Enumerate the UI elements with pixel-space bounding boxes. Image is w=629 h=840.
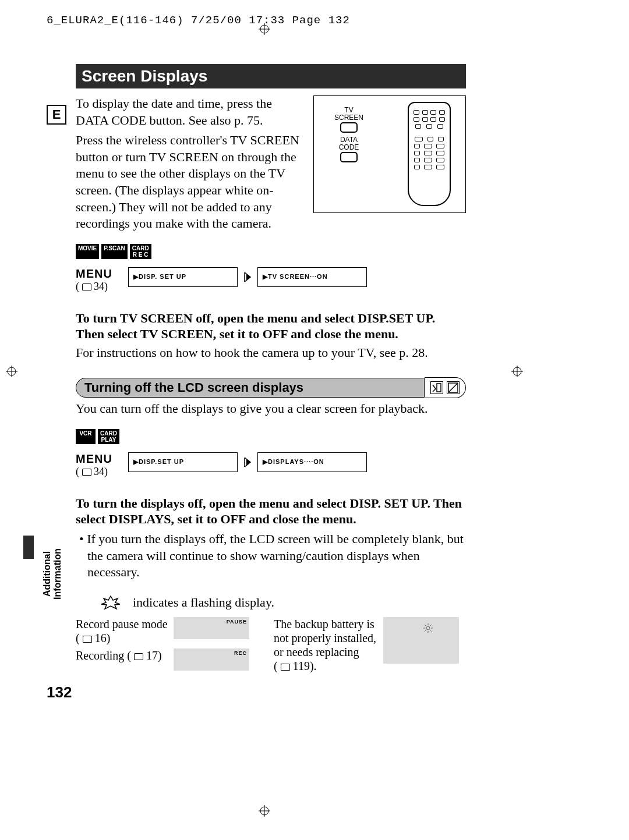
pause-label: Record pause mode (76, 618, 168, 630)
svg-rect-14 (437, 384, 441, 392)
svg-line-16 (448, 383, 458, 392)
intro-text: To display the date and time, press the … (76, 95, 309, 232)
crop-mark-right (511, 366, 523, 377)
tv-screen-label-line2: SCREEN (334, 114, 363, 122)
svg-line-27 (430, 625, 432, 626)
bullet-1: • If you turn the displays off, the LCD … (87, 531, 466, 581)
bold-instruction-2: To turn the displays off, open the menu … (76, 495, 466, 527)
data-code-button-icon (340, 152, 358, 162)
pause-screen-icon: PAUSE (174, 617, 249, 639)
mode-icons-row-2: VCR CARD PLAY (76, 429, 466, 444)
intro-p1: To display the date and time, press the … (76, 95, 304, 129)
book-icon (134, 653, 143, 660)
display-item-rec: Recording ( 17) REC (76, 648, 268, 671)
menu-ref-2: ( 34) (76, 466, 122, 478)
remote-illustration: TV SCREEN DATA CODE (313, 95, 466, 213)
subheading-icons (425, 377, 466, 398)
flash-indicator-row: indicates a flashing display. (76, 595, 466, 610)
pause-text: Record pause mode ( 16) (76, 617, 169, 645)
flash-star-icon (99, 595, 122, 610)
svg-line-25 (425, 625, 426, 626)
menu2-step1: ▶DISP.SET UP (128, 452, 238, 472)
pscan-mode-icon: P.SCAN (101, 244, 128, 259)
plain-text-2: You can turn off the displays to give yo… (76, 400, 466, 417)
print-header: 6_ELURA2_E(116-146) 7/25/00 17:33 Page 1… (47, 14, 350, 27)
side-tab (23, 536, 34, 559)
remote-button-labels: TV SCREEN DATA CODE (334, 107, 363, 166)
language-indicator-e: E (47, 105, 66, 125)
menu2-step2: ▶DISPLAYS····ON (257, 452, 367, 472)
bold-instruction-1: To turn TV SCREEN off, open the menu and… (76, 310, 466, 342)
battery-ref: 119). (293, 660, 317, 672)
book-icon (82, 283, 91, 290)
rec-ref: 17) (146, 649, 162, 662)
intro-p2: Press the wireless controller's TV SCREE… (76, 132, 304, 232)
display-item-battery: The backup battery is not properly insta… (274, 617, 466, 673)
side-label-line2: Information (52, 548, 63, 600)
flash-text: indicates a flashing display. (133, 595, 274, 610)
display-col-left: Record pause mode ( 16) PAUSE Recording … (76, 617, 268, 673)
display-item-pause: Record pause mode ( 16) PAUSE (76, 617, 268, 645)
display-col-right: The backup battery is not properly insta… (274, 617, 466, 673)
crop-mark-bottom (259, 805, 270, 817)
card-rec-mode-icon: CARD R E C (130, 244, 151, 259)
menu-path-1: MENU ( 34) ▶DISP. SET UP ▶TV SCREEN···ON (76, 267, 466, 293)
svg-marker-13 (246, 274, 250, 281)
card-rec-top: CARD (132, 245, 149, 251)
crop-mark-left (6, 366, 17, 377)
side-label-line1: Additional (42, 551, 52, 597)
card-play-bottom: PLAY (100, 437, 117, 443)
side-section-label: Additional Information (42, 548, 62, 600)
menu-word: MENU (76, 267, 122, 281)
playback-icon (430, 381, 443, 394)
section-title: Screen Displays (76, 64, 466, 88)
menu1-step1: ▶DISP. SET UP (128, 267, 238, 287)
book-icon (82, 469, 91, 476)
rec-text: Recording ( 17) (76, 648, 169, 662)
svg-line-28 (425, 630, 426, 632)
rec-label: Recording ( (76, 649, 131, 662)
book-icon (281, 664, 290, 671)
menu1-step2: ▶TV SCREEN···ON (257, 267, 367, 287)
menu-label-2: MENU ( 34) (76, 452, 122, 478)
book-icon (83, 636, 92, 643)
tv-screen-label-line1: TV (334, 107, 363, 114)
svg-marker-18 (246, 459, 250, 466)
pause-tag: PAUSE (227, 619, 247, 625)
remote-body-icon (408, 102, 451, 206)
mode-icons-row-1: MOVIE P.SCAN CARD R E C (76, 244, 466, 259)
rec-tag: REC (234, 650, 247, 656)
pause-ref: 16) (95, 632, 111, 644)
battery-label: The backup battery is not properly insta… (274, 618, 376, 658)
subheading-bar: Turning off the LCD screen displays (76, 377, 466, 398)
card-rec-bottom: R E C (132, 251, 149, 258)
sun-icon (423, 623, 433, 636)
arrow-icon (243, 267, 252, 287)
menu-path-2: MENU ( 34) ▶DISP.SET UP ▶DISPLAYS····ON (76, 452, 466, 478)
menu-ref-1: ( 34) (76, 281, 122, 293)
svg-point-20 (426, 626, 430, 630)
menu-ref-num-1: 34) (94, 281, 108, 292)
card-play-icon (447, 381, 460, 394)
menu-word-2: MENU (76, 452, 122, 466)
menu-label-1: MENU ( 34) (76, 267, 122, 293)
tv-screen-button-icon (340, 122, 358, 133)
svg-line-26 (430, 630, 432, 632)
data-code-label-line1: DATA (334, 136, 363, 144)
svg-marker-19 (101, 596, 120, 609)
page-number: 132 (47, 683, 72, 701)
page-content: E Screen Displays To display the date an… (76, 64, 466, 673)
display-examples: Record pause mode ( 16) PAUSE Recording … (76, 617, 466, 673)
rec-screen-icon: REC (174, 648, 249, 671)
battery-screen-icon (383, 617, 459, 664)
card-play-mode-icon: CARD PLAY (98, 429, 119, 444)
battery-text: The backup battery is not properly insta… (274, 617, 379, 673)
subheading-text: Turning off the LCD screen displays (76, 378, 425, 398)
plain-text-1: For instructions on how to hook the came… (76, 345, 466, 361)
crop-mark-top (259, 23, 270, 35)
vcr-mode-icon: VCR (76, 429, 96, 444)
arrow-icon (243, 452, 252, 472)
menu-ref-num-2: 34) (94, 466, 108, 477)
movie-mode-icon: MOVIE (76, 244, 99, 259)
card-play-top: CARD (100, 430, 117, 437)
